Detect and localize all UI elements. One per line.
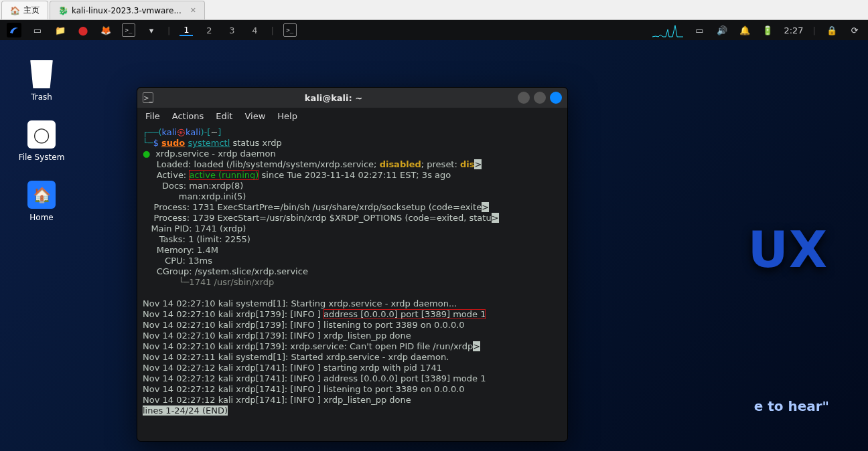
prompt-path: ~ bbox=[210, 127, 218, 137]
desktop-home-label: Home bbox=[15, 213, 68, 222]
vmware-tab-kali-label: kali-linux-2023.3-vmware... bbox=[72, 6, 182, 15]
unit-line: xrdp.service - xrdp daemon bbox=[155, 149, 276, 159]
vmware-tabbar: 🏠 主页 🐉 kali-linux-2023.3-vmware... ✕ bbox=[0, 0, 868, 20]
log-7: Nov 14 02:27:12 kali xrdp[1741]: [INFO ]… bbox=[143, 373, 486, 383]
tasks-line: Tasks: 1 (limit: 2255) bbox=[143, 234, 250, 244]
home-folder-icon: 🏠 bbox=[27, 181, 56, 209]
power-icon[interactable]: ⟳ bbox=[848, 23, 861, 37]
terminal-window[interactable]: >_ kali@kali: ~ File Actions Edit View H… bbox=[137, 87, 568, 442]
log-2: Nov 14 02:27:10 kali xrdp[1739]: [INFO ]… bbox=[143, 320, 465, 330]
loaded-disabled: disabled bbox=[380, 159, 421, 169]
battery-icon[interactable]: 🔋 bbox=[761, 23, 774, 37]
cgroup-child: └─1741 /usr/sbin/xrdp bbox=[143, 277, 274, 287]
desktop-icons: Trash ◯ File System 🏠 Home bbox=[15, 60, 68, 241]
active-running: active (running) bbox=[189, 170, 259, 180]
workspace-1[interactable]: 1 bbox=[179, 25, 193, 36]
menu-actions[interactable]: Actions bbox=[172, 111, 204, 121]
terminal-app-icon: >_ bbox=[143, 92, 153, 103]
vmware-tab-home-label: 主页 bbox=[23, 5, 40, 16]
panel-shortcut-1[interactable]: ▭ bbox=[31, 23, 44, 37]
log-3: Nov 14 02:27:10 kali xrdp[1739]: [INFO ]… bbox=[143, 331, 411, 341]
window-maximize-button[interactable] bbox=[534, 92, 546, 104]
disk-icon: ◯ bbox=[27, 120, 56, 149]
prompt-host: kali bbox=[186, 127, 201, 137]
terminal-launcher-icon[interactable]: >_ bbox=[122, 23, 135, 37]
workspace-2[interactable]: 2 bbox=[202, 25, 216, 35]
active-since: since Tue 2023-11-14 02:27:11 EST; 3s ag… bbox=[259, 170, 451, 180]
vmware-tab-kali[interactable]: 🐉 kali-linux-2023.3-vmware... ✕ bbox=[50, 1, 205, 19]
desktop-trash-label: Trash bbox=[15, 92, 68, 102]
terminal-title: kali@kali: ~ bbox=[153, 93, 514, 103]
preset-val: dis bbox=[460, 159, 475, 169]
log-0: Nov 14 02:27:10 kali systemd[1]: Startin… bbox=[143, 298, 457, 308]
window-close-button[interactable] bbox=[550, 92, 562, 104]
menu-file[interactable]: File bbox=[145, 111, 160, 121]
desktop-filesystem[interactable]: ◯ File System bbox=[15, 120, 68, 162]
pager-status: lines 1-24/24 (END) bbox=[143, 405, 228, 416]
running-terminal-icon[interactable]: >_ bbox=[283, 23, 297, 37]
home-icon: 🏠 bbox=[10, 6, 20, 15]
terminal-titlebar[interactable]: >_ kali@kali: ~ bbox=[137, 88, 567, 108]
log-5: Nov 14 02:27:11 kali systemd[1]: Started… bbox=[143, 352, 449, 362]
log-6: Nov 14 02:27:12 kali xrdp[1741]: [INFO ]… bbox=[143, 363, 442, 373]
panel-shortcut-red[interactable]: ⬤ bbox=[76, 23, 90, 37]
cmd-sudo: sudo bbox=[161, 138, 185, 148]
lock-icon[interactable]: 🔒 bbox=[825, 23, 839, 37]
menu-help[interactable]: Help bbox=[277, 111, 297, 121]
cgroup-line: CGroup: /system.slice/xrdp.service bbox=[143, 266, 308, 276]
log-1-highlight: address [0.0.0.0] port [3389] mode 1 bbox=[323, 309, 486, 319]
workspace-4[interactable]: 4 bbox=[248, 25, 261, 35]
terminal-body[interactable]: ┌──(kali㉿kali)-[~] └─$ sudo systemctl st… bbox=[137, 124, 567, 422]
process-1: Process: 1731 ExecStartPre=/bin/sh /usr/… bbox=[143, 202, 482, 212]
kali-desktop: ▭ 📁 ⬤ 🦊 >_ ▾ | 1 2 3 4 | >_ ▭ 🔊 🔔 🔋 2:27… bbox=[0, 20, 868, 451]
process-2: Process: 1739 ExecStart=/usr/sbin/xrdp $… bbox=[143, 213, 492, 223]
menu-edit[interactable]: Edit bbox=[216, 111, 232, 121]
vmware-tab-home[interactable]: 🏠 主页 bbox=[1, 1, 48, 19]
terminal-menubar: File Actions Edit View Help bbox=[137, 108, 567, 124]
wallpaper-subtext: e to hear" bbox=[754, 398, 829, 414]
notifications-icon[interactable]: 🔔 bbox=[738, 23, 751, 37]
log-1a: Nov 14 02:27:10 kali xrdp[1739]: [INFO ] bbox=[143, 309, 323, 319]
firefox-icon[interactable]: 🦊 bbox=[99, 23, 113, 37]
screen-icon[interactable]: ▭ bbox=[693, 23, 706, 37]
loaded-val1: loaded (/lib/systemd/system/xrdp.service… bbox=[191, 159, 379, 169]
volume-icon[interactable]: 🔊 bbox=[715, 23, 729, 37]
trash-icon bbox=[27, 60, 56, 88]
kali-menu-button[interactable] bbox=[7, 23, 21, 37]
xfce-panel: ▭ 📁 ⬤ 🦊 >_ ▾ | 1 2 3 4 | >_ ▭ 🔊 🔔 🔋 2:27… bbox=[0, 20, 868, 40]
status-dot: ● bbox=[143, 149, 150, 159]
prompt-user: kali bbox=[162, 127, 177, 137]
active-label: Active: bbox=[143, 170, 186, 180]
loaded-val2: ; preset: bbox=[421, 159, 460, 169]
prompt-sep: ㉿ bbox=[177, 127, 186, 137]
close-icon[interactable]: ✕ bbox=[190, 6, 196, 15]
cpu-graph bbox=[652, 23, 683, 37]
kali-tab-icon: 🐉 bbox=[58, 6, 68, 15]
desktop-home[interactable]: 🏠 Home bbox=[15, 181, 68, 222]
window-minimize-button[interactable] bbox=[518, 92, 530, 104]
wallpaper-logo-text: UX bbox=[748, 221, 828, 278]
file-manager-icon[interactable]: 📁 bbox=[54, 23, 67, 37]
clock[interactable]: 2:27 bbox=[784, 25, 803, 35]
log-9: Nov 14 02:27:12 kali xrdp[1741]: [INFO ]… bbox=[143, 395, 411, 405]
loaded-label: Loaded: bbox=[143, 159, 191, 169]
docs-block: Docs: man:xrdp(8) man:xrdp.ini(5) bbox=[143, 181, 246, 201]
desktop-filesystem-label: File System bbox=[15, 153, 68, 162]
desktop-trash[interactable]: Trash bbox=[15, 60, 68, 102]
log-4: Nov 14 02:27:10 kali xrdp[1739]: xrdp.se… bbox=[143, 341, 473, 351]
memory-line: Memory: 1.4M bbox=[143, 245, 218, 255]
terminal-dropdown-icon[interactable]: ▾ bbox=[145, 23, 158, 37]
cpu-line: CPU: 13ms bbox=[143, 256, 212, 266]
menu-view[interactable]: View bbox=[244, 111, 265, 121]
main-pid: Main PID: 1741 (xrdp) bbox=[143, 223, 246, 234]
log-8: Nov 14 02:27:12 kali xrdp[1741]: [INFO ]… bbox=[143, 384, 465, 394]
workspace-3[interactable]: 3 bbox=[225, 25, 238, 35]
